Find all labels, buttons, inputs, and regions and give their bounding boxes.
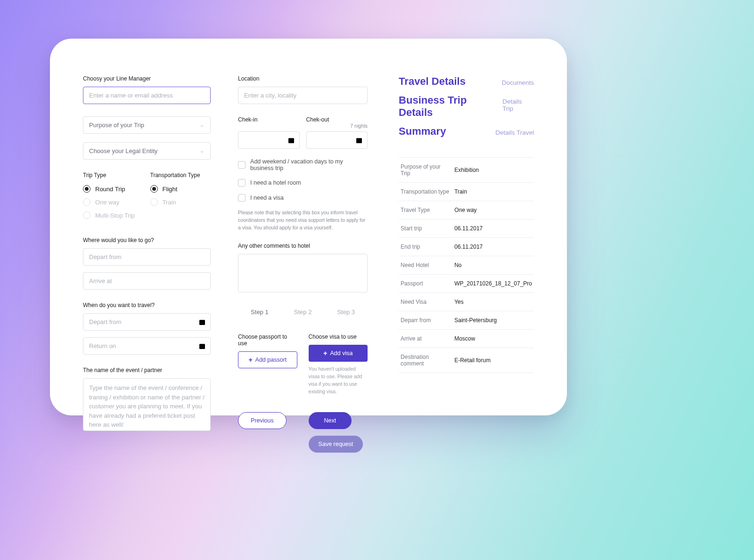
button-label: Add visa [330,350,352,357]
details-key: Start trip [399,219,452,238]
step-1[interactable]: Step 1 [238,308,281,320]
details-value: Yes [452,293,534,311]
table-row: Travel TypeOne way [399,201,534,219]
column-summary: Travel Details Documents Business Trip D… [399,75,534,393]
add-visa-button[interactable]: + Add visa [309,345,368,362]
visa-choose-label: Choose visa to use [309,333,368,340]
nav-title-business-trip[interactable]: Business Trip Details [399,94,502,119]
radio-dot-icon [83,185,90,193]
table-row: PassportWP_20171026_18_12_07_Pro [399,275,534,293]
save-request-button[interactable]: Save request [309,436,363,453]
purpose-select-value: Purpose of your Trip [89,122,144,129]
checkbox-hotel[interactable]: I need a hotel room [238,179,368,187]
checkin-label: Chek-in [238,116,300,123]
visa-note: Please note that by selecting this box y… [238,209,368,231]
calendar-icon [198,342,206,350]
return-date-input[interactable] [83,337,211,355]
checkbox-label: I need a hotel room [250,179,301,186]
stepper: Step 1 Step 2 Step 3 [238,308,368,320]
checkbox-label: Add weekend / vacation days to my busine… [250,158,368,171]
details-value: Moscow [452,330,534,348]
button-label: Previous [251,417,274,424]
calendar-icon [198,318,206,326]
checkbox-box-icon [238,161,246,169]
arrive-at-input[interactable] [83,272,211,290]
purpose-select[interactable]: Purpose of your Trip ⌄ [83,116,211,134]
radio-label: Flight [163,186,178,193]
plus-icon: + [248,357,252,363]
line-manager-input[interactable] [83,87,211,104]
add-passport-button[interactable]: + Add passort [238,351,297,368]
details-value: WP_20171026_18_12_07_Pro [452,275,534,293]
radio-dot-icon [150,198,158,206]
nav-title-summary[interactable]: Summary [399,125,446,138]
radio-dot-icon [150,185,158,193]
chevron-down-icon: ⌄ [199,121,205,128]
radio-multi-stop[interactable]: Multi-Stop Trip [83,211,144,219]
details-value: No [452,256,534,275]
transportation-type-group: Transportation Type Flight Train [150,172,211,225]
event-textarea[interactable] [83,378,211,431]
nav-link-documents[interactable]: Documents [502,79,534,86]
radio-train[interactable]: Train [150,198,211,206]
radio-flight[interactable]: Flight [150,185,211,193]
details-value: Exhibition [452,158,534,183]
previous-button[interactable]: Previous [238,412,287,429]
checkbox-box-icon [238,194,246,202]
details-key: Transportation type [399,183,452,201]
table-row: Purpose of your TripExhibition [399,158,534,183]
comments-textarea[interactable] [238,254,368,292]
nav-title-travel-details[interactable]: Travel Details [399,75,466,88]
details-value: E-Retail forum [452,348,534,373]
trip-type-label: Trip Type [83,172,144,179]
details-key: Need Hotel [399,256,452,275]
radio-dot-icon [83,211,90,219]
details-value: Saint-Petersburg [452,311,534,330]
visa-hint: You haven't uploaded visas to use. Pleas… [309,365,368,395]
table-row: End trip06.11.2017 [399,238,534,256]
details-table: Purpose of your TripExhibitionTransporta… [399,157,534,373]
calendar-icon [355,137,363,144]
location-input[interactable] [238,87,368,104]
nav-link-details-travel[interactable]: Details Travel [495,129,534,136]
details-key: End trip [399,238,452,256]
table-row: Need HotelNo [399,256,534,275]
radio-one-way[interactable]: One way [83,198,144,206]
details-value: One way [452,201,534,219]
radio-label: Multi-Stop Trip [95,212,135,219]
radio-label: One way [95,199,119,206]
details-value: Train [452,183,534,201]
table-row: Destination commentE-Retail forum [399,348,534,373]
details-key: Purpose of your Trip [399,158,452,183]
nights-text: 7 nights [238,123,368,129]
table-row: Need VisaYes [399,293,534,311]
checkbox-visa[interactable]: I need a visa [238,194,368,202]
radio-round-trip[interactable]: Round Trip [83,185,144,193]
line-manager-label: Choosy your Line Manager [83,75,211,82]
depart-date-input[interactable] [83,313,211,331]
legal-entity-select[interactable]: Choose your Legal Entity ⌄ [83,142,211,160]
plus-icon: + [323,350,327,357]
table-row: Deparr fromSaint-Petersburg [399,311,534,330]
details-key: Travel Type [399,201,452,219]
step-3[interactable]: Step 3 [324,308,368,320]
nav-link-details-trip[interactable]: Details Trip [502,98,534,112]
details-key: Arrive at [399,330,452,348]
column-form-middle: Location Chek-in Chek-out 7 nights [238,75,368,393]
step-2[interactable]: Step 2 [281,308,325,320]
next-button[interactable]: Next [309,412,352,429]
checkbox-weekend[interactable]: Add weekend / vacation days to my busine… [238,158,368,171]
trip-type-group: Trip Type Round Trip One way Multi-Stop … [83,172,144,225]
calendar-icon [287,137,295,144]
button-label: Add passort [255,357,287,363]
form-card: Choosy your Line Manager Purpose of your… [50,39,567,415]
depart-from-input[interactable] [83,248,211,266]
legal-entity-select-value: Choose your Legal Entity [89,147,157,154]
radio-label: Train [163,199,176,206]
details-value: 06.11.2017 [452,238,534,256]
nav-section: Travel Details Documents Business Trip D… [399,75,534,144]
checkout-label: Chek-out [306,116,368,123]
comments-label: Any other comments to hotel [238,243,368,249]
event-label: The name of the event / partner [83,367,211,373]
checkbox-label: I need a visa [250,195,284,201]
